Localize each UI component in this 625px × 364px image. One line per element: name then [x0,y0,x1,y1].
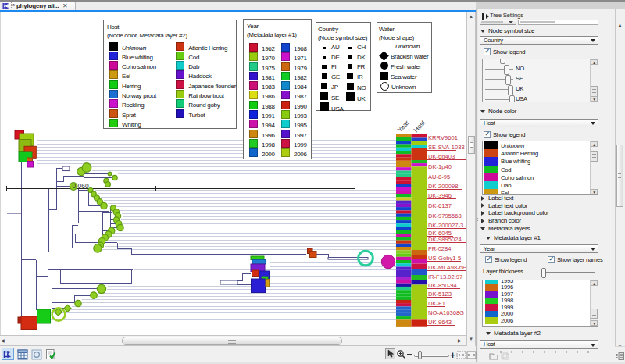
svg-text:DK-5123: DK-5123 [428,290,452,297]
svg-text:NO-A16368G: NO-A16368G [428,309,464,316]
svg-text:DK-F1: DK-F1 [428,299,445,306]
svg-text:UK-9643: UK-9643 [428,318,452,325]
svg-text:Year: Year [396,118,411,134]
svg-text:UK-850-94: UK-850-94 [428,281,457,288]
svg-text:DK-1p40: DK-1p40 [428,162,452,170]
svg-text:SE-SVA-1033: SE-SVA-1033 [428,143,465,150]
svg-text:IR-F13.02.97: IR-F13.02.97 [428,273,462,280]
svg-text:0.060: 0.060 [73,181,90,189]
svg-text:DK-6p403: DK-6p403 [428,152,455,159]
svg-text:US-Goby1-5: US-Goby1-5 [428,254,461,261]
svg-text:UK-MLA98-6PT: UK-MLA98-6PT [428,263,466,270]
svg-text:Host: Host [412,118,427,134]
svg-text:DK-3946: DK-3946 [428,191,452,198]
svg-text:DK-6137: DK-6137 [428,202,452,209]
svg-text:DK-200098: DK-200098 [428,182,458,189]
svg-text:FR-0284: FR-0284 [428,244,452,252]
svg-text:DK-9795568: DK-9795568 [428,212,462,219]
svg-text:KRRV9601: KRRV9601 [428,134,458,141]
svg-text:DK-200027-3: DK-200027-3 [428,221,463,228]
svg-text:AU-8-95: AU-8-95 [428,173,450,180]
svg-text:DK-9895024: DK-9895024 [428,235,462,242]
